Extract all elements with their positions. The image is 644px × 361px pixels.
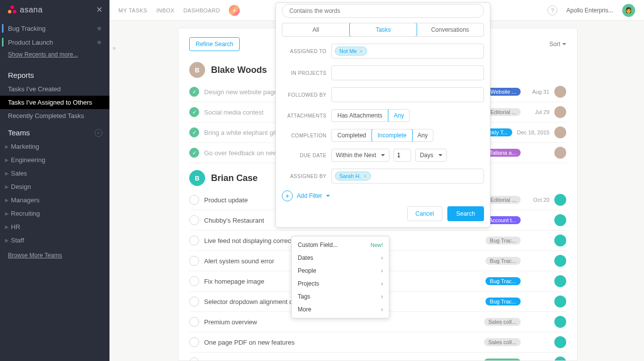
team-item[interactable]: ▶Engineering	[0, 153, 109, 167]
add-filter-plus-icon[interactable]: +	[282, 190, 293, 201]
complete-checkbox[interactable]	[189, 215, 199, 225]
complete-checkbox[interactable]	[189, 195, 199, 205]
sort-dropdown[interactable]: Sort	[549, 41, 566, 48]
user-avatar[interactable]: 👩	[622, 4, 635, 17]
team-item[interactable]: ▶Managers	[0, 193, 109, 207]
cancel-button[interactable]: Cancel	[407, 206, 442, 221]
segment-conversations[interactable]: Conversations	[417, 23, 483, 36]
segment-tasks[interactable]: Tasks	[349, 23, 417, 37]
expand-handle-icon[interactable]: »	[112, 45, 116, 52]
add-team-icon[interactable]: +	[95, 129, 103, 137]
assignee-avatar[interactable]	[554, 357, 566, 361]
refine-search-button[interactable]: Refine Search	[189, 37, 240, 51]
complete-checkbox[interactable]	[189, 358, 199, 361]
complete-checkbox[interactable]	[189, 337, 199, 347]
project-pill[interactable]: Sales coll...	[484, 338, 521, 346]
star-icon[interactable]: ★	[96, 24, 103, 32]
nav-dashboard[interactable]: DASHBOARD	[183, 7, 220, 13]
team-item[interactable]: ▶Staff	[0, 234, 109, 247]
team-item[interactable]: ▶Recruiting	[0, 207, 109, 220]
completion-incomplete[interactable]: Incomplete	[372, 129, 413, 142]
in-projects-input[interactable]	[331, 65, 484, 80]
assignee-avatar[interactable]	[554, 194, 566, 206]
team-item[interactable]: ▶Marketing	[0, 140, 109, 153]
followed-by-input[interactable]	[331, 87, 484, 102]
complete-checkbox[interactable]	[189, 236, 199, 245]
logo[interactable]: asana	[8, 5, 43, 14]
complete-checkbox[interactable]	[189, 317, 199, 327]
attachments-any[interactable]: Any	[388, 109, 410, 122]
task-row[interactable]: One page PDF on new featuresSales coll..…	[189, 332, 566, 353]
assignee-avatar[interactable]	[554, 296, 566, 307]
complete-checkbox[interactable]	[189, 256, 199, 266]
token-not-me[interactable]: Not Me×	[335, 47, 367, 56]
project-pill[interactable]: Product L...	[484, 359, 521, 361]
assigned-to-input[interactable]: Not Me×	[331, 44, 484, 59]
report-tasks-assigned-others[interactable]: Tasks I've Assigned to Others	[0, 96, 109, 109]
completion-completed[interactable]: Completed	[332, 129, 372, 141]
filter-menu-item[interactable]: Projects›	[292, 277, 389, 290]
token-sarah-h[interactable]: Sarah H.×	[335, 172, 371, 180]
favorite-product-launch[interactable]: Product Launch★	[0, 35, 109, 49]
nav-my-tasks[interactable]: MY TASKS	[118, 7, 147, 13]
segment-all[interactable]: All	[282, 23, 350, 36]
show-recents-link[interactable]: Show Recents and more...	[0, 49, 109, 63]
complete-checkbox[interactable]: ✓	[189, 127, 199, 137]
attachments-has[interactable]: Has Attachments	[332, 110, 388, 121]
project-pill[interactable]: Editorial ...	[486, 108, 521, 116]
project-pill[interactable]: Sales coll...	[484, 318, 521, 326]
remove-token-icon[interactable]: ×	[363, 173, 366, 179]
group-name: Blake Woods	[211, 65, 267, 75]
team-item[interactable]: ▶HR	[0, 220, 109, 234]
assignee-avatar[interactable]	[554, 86, 566, 98]
search-input[interactable]	[282, 4, 484, 18]
remove-token-icon[interactable]: ×	[359, 48, 362, 54]
complete-checkbox[interactable]: ✓	[189, 107, 199, 117]
assignee-avatar[interactable]	[554, 106, 566, 118]
assignee-avatar[interactable]	[554, 235, 566, 246]
add-filter-dropdown[interactable]: Add Filter	[297, 192, 330, 199]
workspace-switcher[interactable]: Apollo Enterpris...	[566, 7, 613, 14]
help-icon[interactable]: ?	[547, 5, 557, 15]
assignee-avatar[interactable]	[554, 147, 566, 159]
search-button[interactable]: Search	[447, 206, 484, 221]
project-pill[interactable]: Bug Trac...	[485, 298, 521, 305]
browse-teams-link[interactable]: Browse More Teams	[0, 247, 109, 264]
complete-checkbox[interactable]: ✓	[189, 87, 199, 97]
assignee-avatar[interactable]	[554, 214, 566, 226]
project-pill[interactable]: Bug Trac...	[485, 237, 521, 244]
due-date-number-input[interactable]	[393, 149, 411, 162]
complete-checkbox[interactable]	[189, 276, 199, 286]
project-pill[interactable]: Bug Trac...	[485, 277, 521, 285]
nav-inbox[interactable]: INBOX	[156, 7, 174, 13]
close-icon[interactable]: ✕	[96, 5, 103, 14]
report-tasks-created[interactable]: Tasks I've Created	[0, 82, 109, 96]
due-date-unit-select[interactable]: Days	[415, 149, 446, 162]
filter-menu-label: More	[298, 306, 311, 313]
assignee-avatar[interactable]	[554, 336, 566, 348]
project-pill[interactable]: Website ...	[486, 88, 521, 96]
due-date-range-select[interactable]: Within the Next	[331, 149, 389, 162]
filter-menu-item[interactable]: Custom Field...New!	[292, 239, 389, 251]
team-item[interactable]: ▶Sales	[0, 167, 109, 180]
assignee-avatar[interactable]	[554, 316, 566, 328]
complete-checkbox[interactable]: ✓	[189, 148, 199, 158]
assigned-by-input[interactable]: Sarah H.×	[331, 169, 484, 183]
project-pill[interactable]: Bug Trac...	[485, 257, 521, 265]
filter-menu-item[interactable]: More›	[292, 303, 389, 316]
favorite-bug-tracking[interactable]: Bug Tracking★	[0, 21, 109, 35]
assignee-avatar[interactable]	[554, 275, 566, 287]
project-pill[interactable]: Editorial ...	[486, 196, 521, 204]
filter-menu-item[interactable]: Tags›	[292, 290, 389, 303]
filter-menu-item[interactable]: People›	[292, 264, 389, 277]
filter-menu-item[interactable]: Dates›	[292, 251, 389, 264]
report-recently-completed[interactable]: Recently Completed Tasks	[0, 109, 109, 122]
star-icon[interactable]: ★	[96, 38, 103, 46]
quick-add-button[interactable]: +	[229, 5, 240, 16]
assignee-avatar[interactable]	[554, 255, 566, 267]
team-item[interactable]: ▶Design	[0, 180, 109, 193]
complete-checkbox[interactable]	[189, 297, 199, 306]
task-row[interactable]: Push notificationsProduct L...	[189, 353, 566, 361]
assignee-avatar[interactable]	[554, 126, 566, 138]
completion-any[interactable]: Any	[412, 129, 433, 141]
